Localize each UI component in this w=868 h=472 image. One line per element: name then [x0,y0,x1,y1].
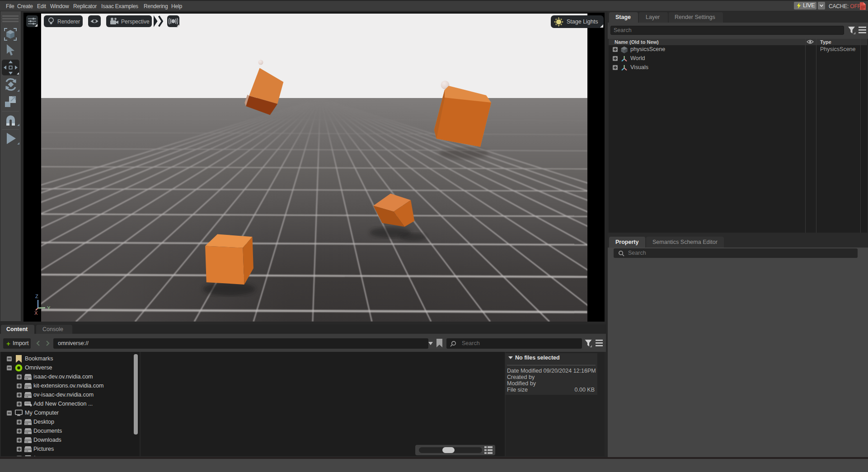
svg-text:X: X [34,310,38,316]
svg-text:Z: Z [35,294,38,299]
svg-text:Y: Y [47,305,51,311]
